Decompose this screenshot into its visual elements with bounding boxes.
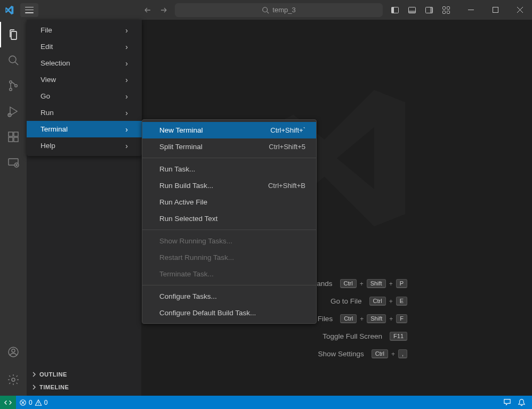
activity-source-control[interactable] [0, 73, 27, 99]
submenu-item-terminate-task[interactable]: Terminate Task... [142, 266, 316, 282]
svg-rect-24 [14, 137, 18, 142]
svg-rect-8 [443, 6, 446, 9]
menu-separator [142, 158, 316, 158]
hamburger-icon [25, 7, 34, 13]
welcome-row: Toggle Full Screen F11 [266, 332, 407, 341]
svg-rect-5 [409, 11, 416, 13]
activity-extensions[interactable] [0, 124, 27, 150]
chevron-right-icon: › [125, 142, 128, 150]
welcome-row-label: Toggle Full Screen [323, 332, 382, 340]
chevron-right-icon: › [125, 76, 128, 84]
window-close-button[interactable] [507, 0, 532, 20]
menu-item-help[interactable]: Help› [27, 137, 142, 154]
main-menu-dropdown: File› Edit› Selection› View› Go› Run› Te… [27, 20, 142, 156]
svg-rect-7 [430, 7, 433, 13]
svg-rect-11 [447, 11, 450, 13]
svg-point-16 [9, 56, 16, 63]
svg-point-19 [10, 88, 12, 91]
menu-item-view[interactable]: View› [27, 71, 142, 88]
menu-item-run[interactable]: Run› [27, 104, 142, 121]
submenu-item-run-task[interactable]: Run Task... [142, 161, 316, 177]
nav-forward-button[interactable] [157, 3, 171, 17]
sidebar-section-timeline[interactable]: TIMELINE [27, 381, 141, 394]
svg-line-1 [267, 11, 269, 13]
toggle-secondary-sidebar-button[interactable] [421, 3, 437, 17]
submenu-item-restart-running-task[interactable]: Restart Running Task... [142, 249, 316, 266]
warning-icon [35, 399, 42, 406]
svg-point-0 [263, 7, 268, 12]
nav-back-button[interactable] [141, 3, 155, 17]
svg-rect-22 [9, 132, 13, 136]
svg-point-20 [15, 85, 18, 87]
menu-item-terminal[interactable]: Terminal› [27, 121, 142, 137]
menu-item-go[interactable]: Go› [27, 88, 142, 104]
sidebar-section-label: OUTLINE [39, 371, 67, 378]
title-bar: temp_3 [0, 0, 532, 20]
customize-layout-button[interactable] [438, 3, 454, 17]
activity-search[interactable] [0, 47, 27, 73]
chevron-right-icon: › [125, 43, 128, 51]
submenu-item-run-build-task[interactable]: Run Build Task...Ctrl+Shift+B [142, 177, 316, 194]
activity-settings[interactable] [0, 367, 27, 392]
svg-rect-10 [443, 11, 446, 13]
chevron-right-icon [31, 384, 37, 390]
welcome-row: Show Settings Ctrl+, [266, 349, 407, 358]
window-minimize-button[interactable] [458, 0, 483, 20]
activity-accounts[interactable] [0, 339, 27, 365]
svg-rect-13 [493, 7, 498, 13]
search-placeholder-text: temp_3 [272, 6, 295, 14]
status-notifications-button[interactable] [514, 398, 529, 406]
menu-item-edit[interactable]: Edit› [27, 38, 142, 55]
chevron-right-icon: › [125, 59, 128, 68]
status-problems[interactable]: 0 0 [16, 396, 51, 409]
menu-item-file[interactable]: File› [27, 22, 142, 38]
submenu-item-run-selected-text[interactable]: Run Selected Text [142, 210, 316, 227]
svg-point-30 [12, 378, 15, 381]
chevron-right-icon [31, 371, 37, 378]
chevron-right-icon: › [125, 92, 128, 101]
window-maximize-button[interactable] [483, 0, 507, 20]
status-error-count: 0 [29, 399, 33, 406]
svg-point-29 [12, 349, 15, 353]
svg-rect-25 [14, 132, 18, 136]
chevron-right-icon: › [125, 125, 128, 134]
menu-separator [142, 285, 316, 285]
svg-rect-9 [447, 6, 450, 9]
svg-rect-3 [392, 7, 394, 13]
submenu-item-configure-default-build-task[interactable]: Configure Default Build Task... [142, 305, 316, 321]
svg-line-17 [15, 62, 19, 66]
welcome-row-label: Show Settings [318, 350, 364, 358]
welcome-row-label: Go to File [331, 297, 362, 305]
submenu-item-show-running-tasks[interactable]: Show Running Tasks... [142, 233, 316, 249]
submenu-item-split-terminal[interactable]: Split TerminalCtrl+Shift+5 [142, 138, 316, 155]
svg-rect-23 [9, 137, 13, 142]
activity-run-debug[interactable] [0, 99, 27, 124]
activity-explorer[interactable] [0, 22, 27, 47]
chevron-right-icon: › [125, 109, 128, 117]
search-icon [262, 6, 269, 14]
sidebar-section-label: TIMELINE [39, 384, 69, 390]
menu-separator [142, 230, 316, 230]
toggle-panel-button[interactable] [404, 3, 420, 17]
activity-remote[interactable] [0, 150, 27, 175]
vscode-logo-icon [0, 5, 18, 15]
terminal-submenu: New TerminalCtrl+Shift+` Split TerminalC… [142, 119, 317, 324]
status-warning-count: 0 [44, 399, 48, 406]
status-feedback-button[interactable] [500, 398, 514, 406]
sidebar-section-outline[interactable]: OUTLINE [27, 368, 141, 381]
toggle-primary-sidebar-button[interactable] [387, 3, 403, 17]
status-remote-button[interactable] [0, 396, 16, 409]
activity-bar [0, 20, 27, 396]
submenu-item-configure-tasks[interactable]: Configure Tasks... [142, 288, 316, 305]
submenu-item-run-active-file[interactable]: Run Active File [142, 194, 316, 210]
hamburger-menu-button[interactable] [20, 3, 38, 17]
submenu-item-new-terminal[interactable]: New TerminalCtrl+Shift+` [142, 122, 316, 138]
status-bar: 0 0 [0, 396, 532, 409]
chevron-right-icon: › [125, 26, 128, 35]
menu-item-selection[interactable]: Selection› [27, 55, 142, 71]
error-icon [19, 399, 27, 406]
command-center-search[interactable]: temp_3 [175, 3, 383, 17]
svg-point-35 [38, 404, 38, 404]
svg-point-18 [10, 81, 12, 84]
